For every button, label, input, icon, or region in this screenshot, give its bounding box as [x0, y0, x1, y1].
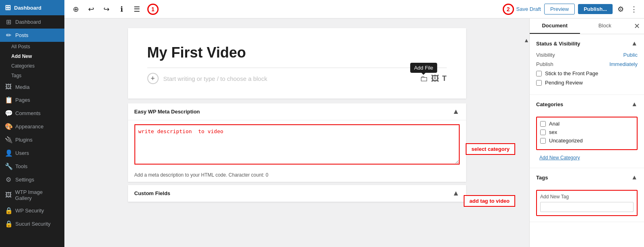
- tags-title: Tags: [536, 175, 548, 181]
- sidebar-item-posts[interactable]: ✏ Posts: [0, 29, 64, 42]
- block-type-icons: Add File 🗀 🖼 T: [420, 74, 447, 83]
- sidebar-item-dashboard[interactable]: ⊞ Dashboard: [0, 15, 64, 29]
- stick-front-page-row: Stick to the Front Page: [536, 70, 638, 76]
- publish-value[interactable]: Immediately: [609, 61, 638, 67]
- category-sex-checkbox[interactable]: [540, 130, 546, 135]
- sidebar-item-tools-label: Tools: [15, 163, 27, 169]
- annotation-circle-1: 1: [147, 4, 159, 15]
- tags-section-wrapper: Tags ▲ Add New Tag: [530, 168, 644, 222]
- category-anal-checkbox[interactable]: [540, 121, 546, 127]
- redo-button[interactable]: ↪: [100, 3, 113, 16]
- sidebar-item-pages[interactable]: 📋 Pages: [0, 93, 64, 107]
- status-visibility-title: Status & Visibility: [536, 41, 580, 47]
- plugins-icon: 🔌: [5, 136, 12, 144]
- category-sex-label: sex: [549, 129, 557, 135]
- add-file-tooltip: Add File: [410, 63, 438, 73]
- sidebar-item-wtp[interactable]: 🖼 WTP Image Gallery: [0, 186, 64, 204]
- tab-block[interactable]: Block: [580, 19, 630, 34]
- sidebar-item-appearance[interactable]: 🎨 Appearance: [0, 120, 64, 133]
- scroll-up-button[interactable]: ▲: [524, 37, 529, 43]
- categories-section-wrapper: Categories ▲ Anal sex Uncategorized: [530, 95, 644, 168]
- visibility-row: Visibility Public: [536, 52, 638, 58]
- tools-icon: 🔧: [5, 163, 12, 170]
- sidebar-sub-add-new[interactable]: Add New: [0, 51, 64, 61]
- add-new-category-link[interactable]: Add New Category: [533, 153, 641, 162]
- tags-label: Tags: [11, 73, 21, 78]
- meta-description-section: Easy WP Meta Description ▲ write descrip…: [128, 103, 466, 182]
- info-button[interactable]: ℹ: [115, 3, 128, 16]
- status-visibility-section: Status & Visibility ▲ Visibility Public …: [530, 34, 644, 95]
- sidebar-item-comments[interactable]: 💬 Comments: [0, 107, 64, 120]
- publish-button[interactable]: Publish...: [578, 4, 613, 14]
- undo-button[interactable]: ↩: [85, 3, 97, 16]
- status-visibility-header: Status & Visibility ▲: [536, 40, 638, 47]
- sidebar-sub-tags[interactable]: Tags: [0, 71, 64, 80]
- tags-input-section: Add New Tag: [536, 190, 638, 216]
- custom-fields-section: Custom Fields ▲: [128, 185, 466, 202]
- redo-icon: ↪: [103, 5, 109, 14]
- appearance-icon: 🎨: [5, 123, 12, 130]
- sidebar-item-pages-label: Pages: [15, 97, 30, 103]
- annotation-circle-2: 2: [503, 4, 514, 15]
- meta-collapse-button[interactable]: ▲: [452, 107, 460, 116]
- sidebar-sub-all-posts[interactable]: All Posts: [0, 42, 64, 51]
- top-right-actions: Save Draft Preview Publish... ⚙ ⋮: [516, 3, 639, 15]
- top-toolbar: ⊕ ↩ ↪ ℹ ☰ 1 2 Save Draft Preview Publish…: [64, 0, 644, 19]
- tags-toggle[interactable]: ▲: [631, 174, 638, 181]
- add-block-icon: ⊕: [73, 5, 79, 14]
- sucuri-icon: 🔒: [5, 220, 12, 228]
- sidebar-item-wtp-label: WTP Image Gallery: [15, 189, 60, 201]
- publish-row: Publish Immediately: [536, 61, 638, 67]
- all-posts-label: All Posts: [11, 44, 30, 49]
- more-options-button[interactable]: ⋮: [629, 3, 639, 15]
- list-view-button[interactable]: ☰: [130, 3, 143, 16]
- visibility-value[interactable]: Public: [623, 52, 638, 58]
- custom-fields-collapse[interactable]: ▲: [452, 189, 460, 198]
- sidebar-item-users[interactable]: 👤 Users: [0, 146, 64, 160]
- tags-header: Tags ▲: [533, 174, 641, 185]
- sidebar-item-settings-label: Settings: [15, 177, 34, 183]
- sidebar-item-comments-label: Comments: [15, 110, 41, 116]
- appender-plus-button[interactable]: +: [147, 73, 159, 84]
- sidebar-item-settings[interactable]: ⚙ Settings: [0, 173, 64, 186]
- text-block-icon[interactable]: T: [442, 74, 447, 83]
- wtp-icon: 🖼: [5, 191, 12, 199]
- add-tag-annotation: add tag to video: [464, 195, 515, 207]
- panel-close-button[interactable]: ✕: [630, 19, 644, 34]
- category-item-anal: Anal: [540, 121, 634, 127]
- comments-icon: 💬: [5, 109, 12, 117]
- meta-textarea-container: write description to video: [128, 120, 466, 170]
- save-draft-button[interactable]: Save Draft: [516, 6, 541, 12]
- pending-review-label: Pending Review: [545, 80, 583, 86]
- image-block-icon[interactable]: 🖼: [431, 74, 439, 83]
- categories-toggle[interactable]: ▲: [631, 101, 638, 108]
- sidebar-sub-categories[interactable]: Categories: [0, 61, 64, 71]
- sidebar-item-sucuri-label: Sucuri Security: [15, 221, 50, 227]
- sidebar-logo[interactable]: ⊞ Dashboard: [0, 0, 64, 15]
- preview-button[interactable]: Preview: [544, 4, 575, 14]
- status-visibility-toggle[interactable]: ▲: [631, 40, 638, 47]
- sidebar-item-media-label: Media: [15, 84, 29, 90]
- meta-char-count: Add a meta description to your HTML code…: [128, 170, 466, 182]
- add-block-button[interactable]: ⊕: [69, 3, 82, 16]
- sidebar-item-tools[interactable]: 🔧 Tools: [0, 160, 64, 173]
- tags-input-field[interactable]: [540, 202, 634, 212]
- publish-label: Publish: [536, 61, 553, 67]
- pending-review-checkbox[interactable]: [536, 80, 542, 86]
- stick-front-page-checkbox[interactable]: [536, 71, 542, 76]
- meta-description-textarea[interactable]: write description to video: [134, 124, 460, 165]
- category-uncategorized-checkbox[interactable]: [540, 138, 546, 144]
- pages-icon: 📋: [5, 96, 12, 104]
- sidebar-item-plugins[interactable]: 🔌 Plugins: [0, 133, 64, 146]
- sidebar-item-sucuri[interactable]: 🔒 Sucuri Security: [0, 217, 64, 231]
- editor-canvas: + Start writing or type / to choose a bl…: [128, 28, 466, 99]
- editor-settings-button[interactable]: ⚙: [616, 3, 625, 15]
- post-title-input[interactable]: [147, 44, 447, 61]
- editor-area: ▲ + Start writing or type / to choose a …: [64, 19, 529, 247]
- custom-fields-title: Custom Fields: [134, 190, 171, 196]
- tab-document[interactable]: Document: [530, 19, 580, 34]
- sidebar-item-media[interactable]: 🖼 Media: [0, 80, 64, 93]
- meta-section-title: Easy WP Meta Description: [134, 109, 200, 115]
- sidebar-item-wp-security-label: WP Security: [15, 208, 44, 214]
- sidebar-item-wp-security[interactable]: 🔒 WP Security: [0, 204, 64, 217]
